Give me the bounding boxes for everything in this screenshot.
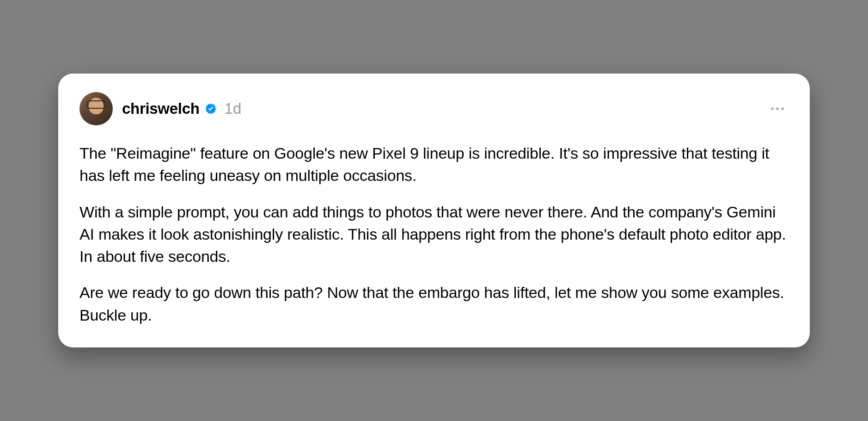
more-dot-icon: [781, 107, 784, 110]
post-paragraph: The "Reimagine" feature on Google's new …: [79, 142, 789, 187]
post-paragraph: With a simple prompt, you can add things…: [79, 201, 789, 268]
more-dot-icon: [776, 107, 779, 110]
post-timestamp: 1d: [225, 100, 242, 118]
post-header: chriswelch 1d: [79, 92, 789, 125]
more-options-button[interactable]: [766, 103, 789, 115]
username[interactable]: chriswelch: [122, 100, 200, 118]
avatar[interactable]: [79, 92, 113, 125]
post-card: chriswelch 1d The "Reimagine" feature on…: [58, 74, 810, 347]
verified-badge-icon: [204, 102, 217, 115]
username-row: chriswelch 1d: [122, 100, 241, 118]
post-body: The "Reimagine" feature on Google's new …: [79, 142, 789, 326]
post-paragraph: Are we ready to go down this path? Now t…: [79, 281, 789, 326]
more-dot-icon: [771, 107, 774, 110]
